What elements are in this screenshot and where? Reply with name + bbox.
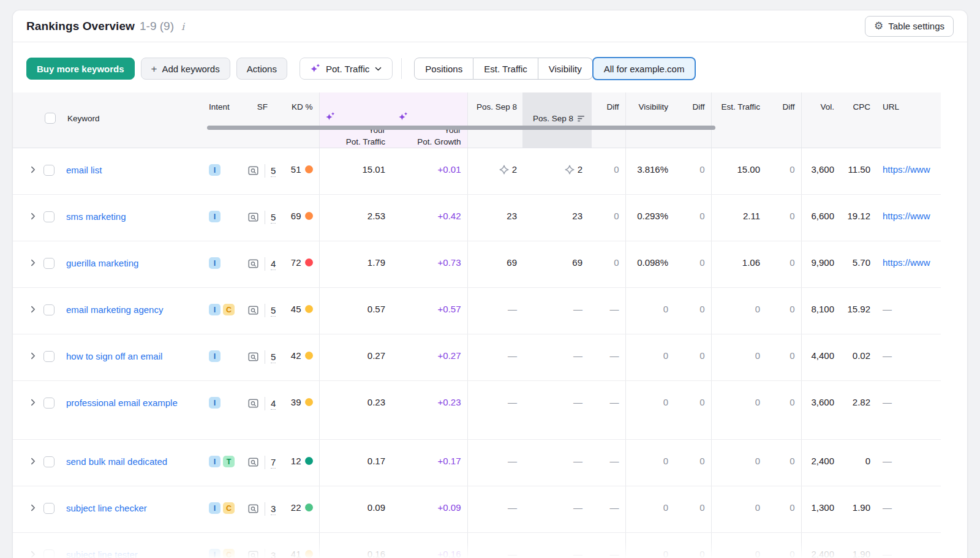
serp-features-icon[interactable] xyxy=(248,399,259,409)
column-header-est-traffic[interactable]: Est. Traffic xyxy=(711,92,765,148)
row-checkbox[interactable] xyxy=(43,258,55,269)
segment-all-for-domain[interactable]: All for example.com xyxy=(592,57,696,80)
column-header-keyword[interactable]: Keyword xyxy=(13,92,203,148)
row-checkbox[interactable] xyxy=(43,398,55,409)
serp-features-icon[interactable] xyxy=(248,551,259,558)
chevron-right-icon[interactable] xyxy=(29,503,37,514)
segment-visibility[interactable]: Visibility xyxy=(538,58,593,80)
sf-divider xyxy=(265,456,265,469)
column-header-pos-current-sorted[interactable]: Pos. Sep 8 xyxy=(522,92,592,148)
column-header-sf[interactable]: SF xyxy=(243,92,282,148)
segment-positions[interactable]: Positions xyxy=(414,58,473,80)
toolbar-divider xyxy=(401,58,402,79)
rankings-overview-card: Rankings Overview 1-9 (9) i ⚙ Table sett… xyxy=(12,10,968,558)
kd-content: 72 xyxy=(282,257,319,268)
est-traffic-cell: 0 xyxy=(711,334,765,381)
kd-difficulty-dot xyxy=(305,503,313,511)
table-settings-button[interactable]: ⚙ Table settings xyxy=(865,16,954,37)
serp-features-count[interactable]: 5 xyxy=(271,211,276,224)
pos-content: — xyxy=(522,304,592,314)
chevron-right-icon[interactable] xyxy=(29,352,37,362)
serp-features-cell: 3 xyxy=(243,486,282,533)
serp-features-count[interactable]: 5 xyxy=(271,351,276,363)
horizontal-scrollbar[interactable] xyxy=(207,126,715,130)
pot-traffic-cell: 2.53 xyxy=(319,195,393,241)
serp-features-icon[interactable] xyxy=(248,504,259,514)
metric-dropdown-button[interactable]: Pot. Traffic xyxy=(300,58,393,80)
column-header-cpc[interactable]: CPC xyxy=(837,92,873,148)
keyword-cell-content: professional email example xyxy=(13,397,203,409)
intent-badge-c: C xyxy=(223,502,235,514)
chevron-right-icon[interactable] xyxy=(29,550,37,558)
chevron-right-icon[interactable] xyxy=(29,212,37,222)
chevron-right-icon[interactable] xyxy=(29,398,37,409)
select-all-checkbox[interactable] xyxy=(45,113,56,124)
chevron-right-icon[interactable] xyxy=(29,457,37,467)
row-checkbox[interactable] xyxy=(43,351,55,362)
keyword-link[interactable]: email list xyxy=(66,164,102,176)
serp-features-count[interactable]: 3 xyxy=(271,503,276,515)
row-checkbox[interactable] xyxy=(43,211,55,222)
column-header-diff-1[interactable]: Diff xyxy=(592,92,625,148)
est-traffic-diff-cell: 0 xyxy=(765,381,801,440)
column-header-visibility[interactable]: Visibility xyxy=(625,92,675,148)
add-keywords-button[interactable]: + Add keywords xyxy=(141,58,230,80)
serp-features-count[interactable]: 7 xyxy=(271,456,276,469)
segment-est-traffic[interactable]: Est. Traffic xyxy=(473,58,538,80)
pos-value: — xyxy=(508,397,517,407)
serp-features-count[interactable]: 5 xyxy=(271,165,276,177)
kd-difficulty-dot xyxy=(305,457,313,465)
keyword-link[interactable]: professional email example xyxy=(66,397,178,409)
serp-features-icon[interactable] xyxy=(248,352,259,362)
info-icon[interactable]: i xyxy=(179,21,187,32)
chevron-right-icon[interactable] xyxy=(29,165,37,176)
keyword-link[interactable]: subject line tester xyxy=(66,549,138,558)
url-link[interactable]: https://www xyxy=(883,164,930,175)
url-link[interactable]: https://www xyxy=(883,211,930,221)
table-row: email listI55115.01+0.012203.816%015.000… xyxy=(13,148,941,195)
keyword-link[interactable]: sms marketing xyxy=(66,211,126,223)
column-header-pot-traffic[interactable]: Your Pot. Traffic xyxy=(319,92,393,148)
keyword-link[interactable]: subject line checker xyxy=(66,502,147,515)
keyword-link[interactable]: email marketing agency xyxy=(66,304,163,316)
visibility-cell: 0 xyxy=(625,381,675,440)
column-header-kd[interactable]: KD % xyxy=(282,92,319,148)
serp-features-icon[interactable] xyxy=(248,213,259,222)
kd-value: 45 xyxy=(291,304,301,314)
column-header-intent[interactable]: Intent xyxy=(203,92,243,148)
serp-features-count[interactable]: 4 xyxy=(271,258,276,270)
serp-features-icon[interactable] xyxy=(248,259,259,269)
buy-more-keywords-button[interactable]: Buy more keywords xyxy=(26,58,135,80)
url-link[interactable]: https://www xyxy=(883,257,930,268)
row-checkbox[interactable] xyxy=(43,549,55,558)
column-header-diff-2[interactable]: Diff xyxy=(675,92,711,148)
diff-cell: — xyxy=(592,288,625,334)
row-checkbox[interactable] xyxy=(43,304,55,315)
column-header-pot-growth[interactable]: Your Pot. Growth xyxy=(393,92,467,148)
serp-features-icon[interactable] xyxy=(248,306,259,315)
chevron-right-icon[interactable] xyxy=(29,258,37,269)
serp-features-count[interactable]: 5 xyxy=(271,304,276,317)
kd-cell: 41 xyxy=(282,533,319,558)
est-traffic-diff-cell: 0 xyxy=(765,148,801,195)
actions-button[interactable]: Actions xyxy=(236,58,287,80)
diamond-star-icon xyxy=(499,165,509,175)
chevron-right-icon[interactable] xyxy=(29,305,37,315)
column-header-volume[interactable]: Vol. xyxy=(801,92,837,148)
volume-cell: 3,600 xyxy=(801,148,837,195)
keyword-link[interactable]: how to sign off an email xyxy=(66,350,162,363)
serp-features-count[interactable]: 3 xyxy=(271,549,276,558)
column-header-pos-prev[interactable]: Pos. Sep 8 xyxy=(467,92,522,148)
serp-features-count[interactable]: 4 xyxy=(271,398,276,410)
intent-cell: IC xyxy=(203,533,243,558)
column-header-diff-3[interactable]: Diff xyxy=(765,92,801,148)
serp-features-icon[interactable] xyxy=(248,458,259,467)
serp-features-icon[interactable] xyxy=(248,166,259,176)
keyword-link[interactable]: send bulk mail dedicated xyxy=(66,456,167,468)
row-checkbox[interactable] xyxy=(43,456,55,467)
keyword-link[interactable]: guerilla marketing xyxy=(66,257,138,270)
pos-prev-cell: — xyxy=(467,288,522,334)
column-header-url[interactable]: URL xyxy=(873,92,941,148)
row-checkbox[interactable] xyxy=(43,165,55,176)
row-checkbox[interactable] xyxy=(43,503,55,514)
